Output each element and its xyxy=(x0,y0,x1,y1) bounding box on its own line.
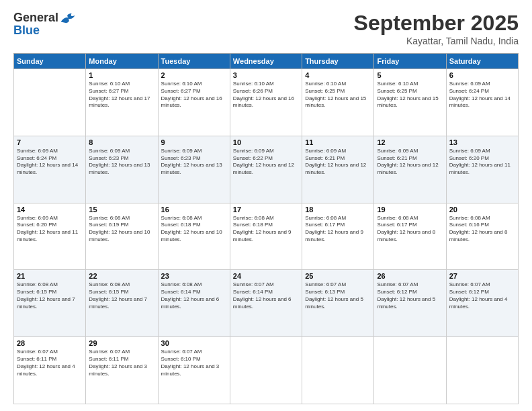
table-row: 15Sunrise: 6:08 AMSunset: 6:19 PMDayligh… xyxy=(86,203,158,270)
table-row: 8Sunrise: 6:09 AMSunset: 6:23 PMDaylight… xyxy=(86,136,158,203)
day-number: 5 xyxy=(377,71,443,79)
day-number: 21 xyxy=(17,272,83,280)
cell-info: Sunrise: 6:07 AMSunset: 6:11 PMDaylight:… xyxy=(89,349,154,377)
day-number: 17 xyxy=(233,205,299,214)
cell-info: Sunrise: 6:08 AMSunset: 6:15 PMDaylight:… xyxy=(17,281,83,310)
table-row: 23Sunrise: 6:08 AMSunset: 6:14 PMDayligh… xyxy=(158,270,230,337)
col-sunday: Sunday xyxy=(14,54,86,69)
table-row: 17Sunrise: 6:08 AMSunset: 6:18 PMDayligh… xyxy=(230,203,302,270)
cell-info: Sunrise: 6:07 AMSunset: 6:13 PMDaylight:… xyxy=(305,281,371,310)
table-row: 12Sunrise: 6:09 AMSunset: 6:21 PMDayligh… xyxy=(374,136,446,203)
cell-info: Sunrise: 6:09 AMSunset: 6:22 PMDaylight:… xyxy=(233,148,299,177)
day-number: 3 xyxy=(233,71,299,79)
cell-info: Sunrise: 6:09 AMSunset: 6:21 PMDaylight:… xyxy=(377,148,443,177)
day-number: 13 xyxy=(449,138,515,146)
table-row: 21Sunrise: 6:08 AMSunset: 6:15 PMDayligh… xyxy=(14,270,86,337)
cell-info: Sunrise: 6:07 AMSunset: 6:10 PMDaylight:… xyxy=(161,349,227,377)
calendar-week-row: 14Sunrise: 6:09 AMSunset: 6:20 PMDayligh… xyxy=(14,203,519,270)
day-number: 15 xyxy=(89,205,154,214)
cell-info: Sunrise: 6:09 AMSunset: 6:23 PMDaylight:… xyxy=(161,148,227,177)
table-row: 10Sunrise: 6:09 AMSunset: 6:22 PMDayligh… xyxy=(230,136,302,203)
table-row: 25Sunrise: 6:07 AMSunset: 6:13 PMDayligh… xyxy=(302,270,374,337)
day-number: 22 xyxy=(89,272,154,280)
logo: General Blue xyxy=(13,11,76,38)
location-subtitle: Kayattar, Tamil Nadu, India xyxy=(354,36,519,46)
calendar-week-row: 28Sunrise: 6:07 AMSunset: 6:11 PMDayligh… xyxy=(14,337,519,404)
day-number: 29 xyxy=(89,339,154,347)
cell-info: Sunrise: 6:10 AMSunset: 6:27 PMDaylight:… xyxy=(89,81,154,109)
table-row: 4Sunrise: 6:10 AMSunset: 6:25 PMDaylight… xyxy=(302,69,374,136)
cell-info: Sunrise: 6:08 AMSunset: 6:18 PMDaylight:… xyxy=(233,215,299,244)
cell-info: Sunrise: 6:09 AMSunset: 6:20 PMDaylight:… xyxy=(449,148,515,177)
cell-info: Sunrise: 6:09 AMSunset: 6:23 PMDaylight:… xyxy=(89,148,154,177)
table-row: 7Sunrise: 6:09 AMSunset: 6:24 PMDaylight… xyxy=(14,136,86,203)
cell-info: Sunrise: 6:08 AMSunset: 6:19 PMDaylight:… xyxy=(89,215,154,244)
table-row: 11Sunrise: 6:09 AMSunset: 6:21 PMDayligh… xyxy=(302,136,374,203)
table-row: 20Sunrise: 6:08 AMSunset: 6:16 PMDayligh… xyxy=(446,203,518,270)
day-number: 9 xyxy=(161,138,227,146)
table-row xyxy=(14,69,86,136)
table-row xyxy=(302,337,374,404)
cell-info: Sunrise: 6:08 AMSunset: 6:17 PMDaylight:… xyxy=(377,215,443,244)
day-number: 10 xyxy=(233,138,299,146)
table-row xyxy=(446,337,518,404)
header: General Blue September 2025 Kayattar, Ta… xyxy=(13,11,519,46)
cell-info: Sunrise: 6:08 AMSunset: 6:17 PMDaylight:… xyxy=(305,215,371,244)
cell-info: Sunrise: 6:07 AMSunset: 6:11 PMDaylight:… xyxy=(17,349,83,377)
day-number: 7 xyxy=(17,138,83,146)
table-row: 3Sunrise: 6:10 AMSunset: 6:26 PMDaylight… xyxy=(230,69,302,136)
table-row xyxy=(374,337,446,404)
day-number: 4 xyxy=(305,71,371,79)
calendar-week-row: 21Sunrise: 6:08 AMSunset: 6:15 PMDayligh… xyxy=(14,270,519,337)
table-row: 18Sunrise: 6:08 AMSunset: 6:17 PMDayligh… xyxy=(302,203,374,270)
table-row: 22Sunrise: 6:08 AMSunset: 6:15 PMDayligh… xyxy=(86,270,158,337)
day-number: 19 xyxy=(377,205,443,214)
day-number: 2 xyxy=(161,71,227,79)
col-tuesday: Tuesday xyxy=(158,54,230,69)
day-number: 28 xyxy=(17,339,83,347)
cell-info: Sunrise: 6:10 AMSunset: 6:25 PMDaylight:… xyxy=(305,81,371,109)
day-number: 6 xyxy=(449,71,515,79)
table-row: 1Sunrise: 6:10 AMSunset: 6:27 PMDaylight… xyxy=(86,69,158,136)
table-row: 28Sunrise: 6:07 AMSunset: 6:11 PMDayligh… xyxy=(14,337,86,404)
cell-info: Sunrise: 6:10 AMSunset: 6:25 PMDaylight:… xyxy=(377,81,443,109)
cell-info: Sunrise: 6:10 AMSunset: 6:26 PMDaylight:… xyxy=(233,81,299,109)
table-row: 30Sunrise: 6:07 AMSunset: 6:10 PMDayligh… xyxy=(158,337,230,404)
logo-bird-icon xyxy=(60,11,76,25)
day-number: 26 xyxy=(377,272,443,280)
page: General Blue September 2025 Kayattar, Ta… xyxy=(0,0,532,411)
cell-info: Sunrise: 6:08 AMSunset: 6:18 PMDaylight:… xyxy=(161,215,227,244)
day-number: 12 xyxy=(377,138,443,146)
day-number: 23 xyxy=(161,272,227,280)
month-title: September 2025 xyxy=(354,11,519,36)
cell-info: Sunrise: 6:09 AMSunset: 6:24 PMDaylight:… xyxy=(17,148,83,177)
table-row: 26Sunrise: 6:07 AMSunset: 6:12 PMDayligh… xyxy=(374,270,446,337)
day-number: 11 xyxy=(305,138,371,146)
day-number: 16 xyxy=(161,205,227,214)
day-number: 27 xyxy=(449,272,515,280)
cell-info: Sunrise: 6:10 AMSunset: 6:27 PMDaylight:… xyxy=(161,81,227,109)
table-row: 6Sunrise: 6:09 AMSunset: 6:24 PMDaylight… xyxy=(446,69,518,136)
day-number: 30 xyxy=(161,339,227,347)
cell-info: Sunrise: 6:09 AMSunset: 6:24 PMDaylight:… xyxy=(449,81,515,109)
col-wednesday: Wednesday xyxy=(230,54,302,69)
logo-general-text: General xyxy=(13,11,58,25)
table-row: 13Sunrise: 6:09 AMSunset: 6:20 PMDayligh… xyxy=(446,136,518,203)
table-row: 27Sunrise: 6:07 AMSunset: 6:12 PMDayligh… xyxy=(446,270,518,337)
cell-info: Sunrise: 6:09 AMSunset: 6:21 PMDaylight:… xyxy=(305,148,371,177)
cell-info: Sunrise: 6:09 AMSunset: 6:20 PMDaylight:… xyxy=(17,215,83,244)
day-number: 14 xyxy=(17,205,83,214)
table-row: 2Sunrise: 6:10 AMSunset: 6:27 PMDaylight… xyxy=(158,69,230,136)
table-row: 5Sunrise: 6:10 AMSunset: 6:25 PMDaylight… xyxy=(374,69,446,136)
table-row: 29Sunrise: 6:07 AMSunset: 6:11 PMDayligh… xyxy=(86,337,158,404)
day-number: 24 xyxy=(233,272,299,280)
table-row: 24Sunrise: 6:07 AMSunset: 6:14 PMDayligh… xyxy=(230,270,302,337)
cell-info: Sunrise: 6:08 AMSunset: 6:14 PMDaylight:… xyxy=(161,281,227,310)
col-monday: Monday xyxy=(86,54,158,69)
cell-info: Sunrise: 6:08 AMSunset: 6:16 PMDaylight:… xyxy=(449,215,515,244)
table-row: 16Sunrise: 6:08 AMSunset: 6:18 PMDayligh… xyxy=(158,203,230,270)
calendar-week-row: 1Sunrise: 6:10 AMSunset: 6:27 PMDaylight… xyxy=(14,69,519,136)
day-number: 1 xyxy=(89,71,154,79)
calendar-week-row: 7Sunrise: 6:09 AMSunset: 6:24 PMDaylight… xyxy=(14,136,519,203)
table-row: 14Sunrise: 6:09 AMSunset: 6:20 PMDayligh… xyxy=(14,203,86,270)
